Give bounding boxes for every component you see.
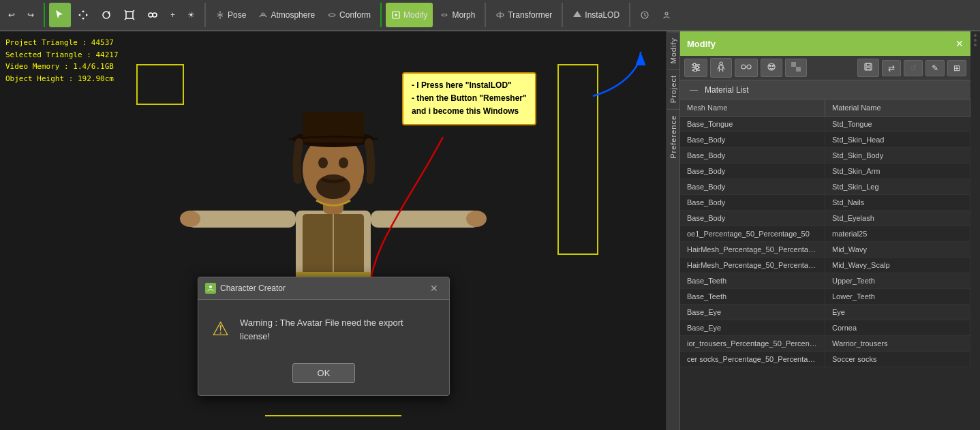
bounding-box-2 — [557, 64, 598, 255]
table-row[interactable]: Base_Body Std_Nails — [680, 195, 970, 211]
panel-tool-edit[interactable]: ✎ — [925, 60, 945, 76]
pose-button[interactable]: Pose — [210, 3, 251, 27]
annotation-line1: - I Press here "InstalLOD" — [412, 79, 527, 92]
annotation-line3: and i become this Windows — [412, 105, 527, 118]
table-row[interactable]: ior_trousers_Percentage_50_Percentage_50… — [680, 336, 970, 352]
morph-button[interactable]: Morph — [434, 3, 480, 27]
dialog-body: ⚠ Warning : The Avatar File need the exp… — [198, 300, 449, 356]
conform-button[interactable]: Conform — [322, 3, 376, 27]
mesh-cell: Base_Body — [680, 132, 825, 147]
extra-icon-1[interactable] — [634, 3, 655, 27]
mesh-cell: Base_Tongue — [680, 117, 825, 132]
table-row[interactable]: Base_Eye Cornea — [680, 320, 970, 336]
panel-tool-grid[interactable] — [785, 59, 807, 77]
modify-button[interactable]: Modify — [386, 3, 433, 27]
material-list-header: — Material List — [680, 80, 970, 99]
dialog-title: Character Creator — [220, 283, 286, 293]
annotation-line2: - then the Button "Remesher" — [412, 92, 527, 105]
rotate-tool-button[interactable] — [95, 3, 117, 27]
svg-point-41 — [694, 69, 696, 72]
panel-tool-expand[interactable]: ⊞ — [947, 60, 966, 76]
table-row[interactable]: Base_Body Std_Eyelash — [680, 211, 970, 226]
svg-marker-10 — [573, 11, 581, 17]
svg-point-46 — [769, 65, 771, 67]
brush-tool-button[interactable]: ☀ — [182, 3, 200, 27]
atmosphere-button[interactable]: Atmosphere — [253, 3, 320, 27]
panel-tool-morph[interactable] — [735, 59, 758, 77]
character-creator-dialog[interactable]: Character Creator ✕ ⚠ Warning : The Avat… — [198, 277, 450, 396]
main-area: Project Triangle : 44537 Selected Triang… — [0, 31, 980, 430]
panel-toolbar: ⇄ ↺ ✎ ⊞ — [680, 56, 970, 80]
right-panel: Modify Project Preference Modify ✕ — [667, 31, 980, 430]
table-row[interactable]: Base_Eye Eye — [680, 305, 970, 320]
svg-rect-53 — [866, 63, 870, 66]
side-label-project[interactable]: Project — [667, 69, 679, 108]
conform-label: Conform — [339, 10, 371, 20]
dialog-app-icon — [205, 283, 216, 294]
dialog-ok-button[interactable]: OK — [292, 363, 356, 383]
material-cell: Cornea — [825, 320, 970, 335]
scale-tool-button[interactable] — [119, 3, 140, 27]
scroll-dot — [974, 34, 977, 37]
panel-tool-save[interactable] — [857, 59, 879, 77]
table-row[interactable]: cer socks_Percentage_50_Percentage_50 So… — [680, 352, 970, 367]
svg-point-43 — [741, 65, 746, 69]
panel-tool-figure[interactable] — [710, 58, 732, 78]
table-row[interactable]: Base_Teeth Lower_Teeth — [680, 289, 970, 305]
svg-rect-22 — [187, 211, 296, 228]
table-row[interactable]: HairMesh_Percentage_50_Percentage_50 Mid… — [680, 258, 970, 273]
panel-tool-transfer[interactable]: ⇄ — [882, 60, 901, 76]
side-label-preference[interactable]: Preference — [667, 109, 679, 164]
select-tool-button[interactable] — [49, 3, 71, 27]
table-row[interactable]: HairMesh_Percentage_50_Percentage_50 Mid… — [680, 242, 970, 258]
add-tool-button[interactable]: + — [165, 3, 181, 27]
undo-button[interactable]: ↩ — [3, 3, 20, 27]
mesh-cell: Base_Teeth — [680, 289, 825, 304]
transformer-button[interactable]: Transformer — [490, 3, 557, 27]
mesh-cell: Base_Teeth — [680, 273, 825, 288]
svg-point-23 — [466, 211, 487, 227]
table-row[interactable]: Base_Body Std_Skin_Leg — [680, 179, 970, 195]
table-row[interactable]: Base_Tongue Std_Tongue — [680, 117, 970, 132]
instalod-button[interactable]: InstaLOD — [567, 3, 625, 27]
mesh-cell: Base_Eye — [680, 305, 825, 320]
svg-rect-1 — [126, 12, 133, 18]
table-row[interactable]: Base_Body Std_Skin_Arm — [680, 164, 970, 179]
extra-icon-2[interactable] — [656, 3, 677, 27]
material-cell: Std_Skin_Body — [825, 148, 970, 163]
svg-point-47 — [772, 65, 774, 67]
transformer-label: Transformer — [508, 10, 552, 20]
material-table[interactable]: Mesh Name Material Name Base_Tongue Std_… — [680, 99, 970, 430]
panel-content: Modify ✕ — [680, 31, 970, 430]
material-cell: Eye — [825, 305, 970, 320]
col-header-material: Material Name — [825, 99, 970, 116]
panel-tool-reset[interactable]: ↺ — [904, 60, 923, 76]
morph2-tool-button[interactable] — [142, 3, 164, 27]
svg-rect-48 — [791, 62, 796, 67]
material-cell: Lower_Teeth — [825, 289, 970, 304]
dialog-close-button[interactable]: ✕ — [426, 281, 442, 295]
svg-point-2 — [149, 13, 153, 17]
mesh-cell: Base_Body — [680, 211, 825, 226]
material-cell: Mid_Wavy — [825, 242, 970, 257]
move-tool-button[interactable] — [72, 3, 94, 27]
table-row[interactable]: Base_Teeth Upper_Teeth — [680, 273, 970, 289]
viewport: Project Triangle : 44537 Selected Triang… — [0, 31, 667, 430]
svg-point-24 — [180, 211, 200, 227]
svg-point-39 — [693, 63, 696, 66]
side-label-modify[interactable]: Modify — [667, 31, 679, 69]
table-row[interactable]: oe1_Percentage_50_Percentage_50 material… — [680, 226, 970, 242]
mesh-cell: oe1_Percentage_50_Percentage_50 — [680, 226, 825, 241]
collapse-button[interactable]: — — [687, 85, 701, 95]
panel-close-button[interactable]: ✕ — [955, 38, 964, 49]
redo-button[interactable]: ↪ — [22, 3, 40, 27]
table-row[interactable]: Base_Body Std_Skin_Body — [680, 148, 970, 164]
instalod-label: InstaLOD — [585, 10, 619, 20]
mesh-cell: HairMesh_Percentage_50_Percentage_50 — [680, 242, 825, 257]
svg-point-35 — [209, 286, 212, 288]
table-row[interactable]: Base_Body Std_Skin_Head — [680, 132, 970, 148]
dialog-title-section: Character Creator — [205, 283, 286, 294]
panel-tool-face[interactable] — [761, 59, 782, 77]
mesh-cell: HairMesh_Percentage_50_Percentage_50 — [680, 258, 825, 273]
panel-tool-sliders[interactable] — [684, 59, 707, 77]
